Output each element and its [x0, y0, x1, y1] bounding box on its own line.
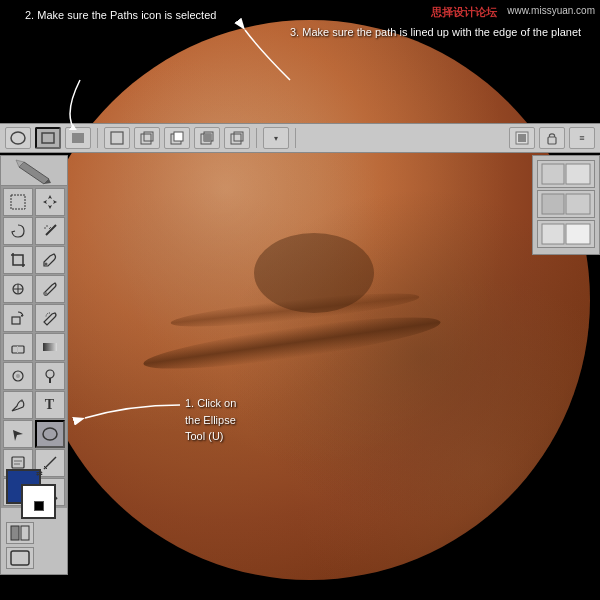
- color-swatches: ⇄: [6, 469, 64, 524]
- svg-rect-15: [548, 137, 556, 144]
- swap-colors-btn[interactable]: ⇄: [36, 469, 43, 478]
- eyedropper-btn[interactable]: [35, 246, 65, 274]
- screen-mode-btn[interactable]: [6, 547, 34, 569]
- svg-rect-11: [231, 134, 241, 144]
- shape-layer-btn[interactable]: [5, 127, 31, 149]
- path-exclude-btn[interactable]: [224, 127, 250, 149]
- blur-tool-btn[interactable]: [3, 362, 33, 390]
- svg-line-20: [49, 227, 51, 229]
- pen-tool-btn[interactable]: [3, 391, 33, 419]
- svg-rect-52: [542, 224, 564, 244]
- path-subtract-btn[interactable]: [164, 127, 190, 149]
- svg-point-34: [21, 400, 23, 402]
- svg-rect-50: [542, 194, 564, 214]
- step3-annotation: 3. Make sure the path is lined up with t…: [290, 25, 581, 40]
- path-add-btn[interactable]: [134, 127, 160, 149]
- geometry-options-btn[interactable]: ▾: [263, 127, 289, 149]
- watermark-site1: 思择设计论坛: [431, 5, 497, 20]
- brush-tool-btn[interactable]: [35, 275, 65, 303]
- svg-rect-2: [72, 133, 84, 143]
- svg-point-31: [16, 374, 20, 378]
- crop-tool-btn[interactable]: [3, 246, 33, 274]
- eraser-tool-btn[interactable]: [3, 333, 33, 361]
- text-tool-btn[interactable]: T: [35, 391, 65, 419]
- svg-rect-49: [566, 164, 590, 184]
- svg-point-35: [43, 428, 57, 440]
- svg-rect-14: [518, 134, 526, 142]
- lock-btn[interactable]: [539, 127, 565, 149]
- svg-rect-51: [566, 194, 590, 214]
- svg-rect-26: [12, 317, 20, 324]
- separator-2: [256, 128, 257, 148]
- history-brush-btn[interactable]: [35, 304, 65, 332]
- step2-annotation: 2. Make sure the Paths icon is selected: [25, 8, 216, 23]
- move-tool-btn[interactable]: [35, 188, 65, 216]
- layer-thumb-3[interactable]: [537, 220, 595, 248]
- svg-point-21: [44, 263, 47, 266]
- watermark-site2: www.missyuan.com: [507, 5, 595, 20]
- default-colors-btn[interactable]: [34, 501, 44, 511]
- options-bar: ▾ ≡: [0, 123, 600, 153]
- separator-3: [295, 128, 296, 148]
- step1-annotation: 1. Click onthe EllipseTool (U): [185, 395, 236, 445]
- svg-rect-3: [111, 132, 123, 144]
- toolbar-panel: T: [0, 155, 68, 575]
- paths-btn[interactable]: [35, 127, 61, 149]
- svg-rect-5: [144, 132, 153, 141]
- step3-text: 3. Make sure the path is lined up with t…: [290, 25, 581, 40]
- step1-text: 1. Click onthe EllipseTool (U): [185, 395, 236, 445]
- clone-stamp-btn[interactable]: [3, 304, 33, 332]
- fill-pixels-btn[interactable]: [65, 127, 91, 149]
- svg-rect-7: [174, 132, 183, 141]
- svg-rect-45: [11, 526, 19, 540]
- pencil-cursor-icon: [9, 156, 59, 186]
- ellipse-tool-btn[interactable]: [35, 420, 65, 448]
- svg-rect-53: [566, 224, 590, 244]
- gradient-tool-btn[interactable]: [35, 333, 65, 361]
- magic-wand-btn[interactable]: [35, 217, 65, 245]
- planet-background: [0, 0, 600, 600]
- dark-region-1: [254, 233, 374, 313]
- svg-rect-16: [11, 195, 25, 209]
- path-intersect-btn[interactable]: [194, 127, 220, 149]
- toolbar-header: [1, 156, 67, 186]
- svg-rect-36: [12, 457, 24, 468]
- separator-1: [97, 128, 98, 148]
- right-panel: [532, 155, 600, 255]
- svg-rect-28: [17, 346, 18, 353]
- toolbar-bottom-modes: [6, 522, 64, 569]
- svg-rect-1: [42, 133, 54, 143]
- tools-grid: T: [1, 186, 67, 508]
- svg-point-32: [46, 370, 54, 378]
- svg-rect-47: [11, 551, 29, 565]
- layer-thumb-1[interactable]: [537, 160, 595, 188]
- watermark: 思择设计论坛 www.missyuan.com: [431, 5, 595, 20]
- mars-planet: [30, 20, 590, 580]
- svg-rect-12: [234, 132, 243, 141]
- svg-rect-4: [141, 134, 151, 144]
- path-selection-btn[interactable]: [3, 420, 33, 448]
- channels-btn[interactable]: ≡: [569, 127, 595, 149]
- mask-btn[interactable]: [509, 127, 535, 149]
- path-new-btn[interactable]: [104, 127, 130, 149]
- layer-thumb-2[interactable]: [537, 190, 595, 218]
- step2-text: 2. Make sure the Paths icon is selected: [25, 8, 216, 23]
- svg-rect-46: [21, 526, 29, 540]
- lasso-tool-btn[interactable]: [3, 217, 33, 245]
- svg-rect-10: [204, 134, 211, 142]
- svg-point-25: [43, 292, 47, 295]
- svg-rect-48: [542, 164, 564, 184]
- svg-rect-29: [43, 343, 57, 351]
- healing-brush-btn[interactable]: [3, 275, 33, 303]
- marquee-tool-btn[interactable]: [3, 188, 33, 216]
- dodge-tool-btn[interactable]: [35, 362, 65, 390]
- svg-point-0: [11, 132, 25, 144]
- quick-mask-btn[interactable]: [6, 522, 34, 544]
